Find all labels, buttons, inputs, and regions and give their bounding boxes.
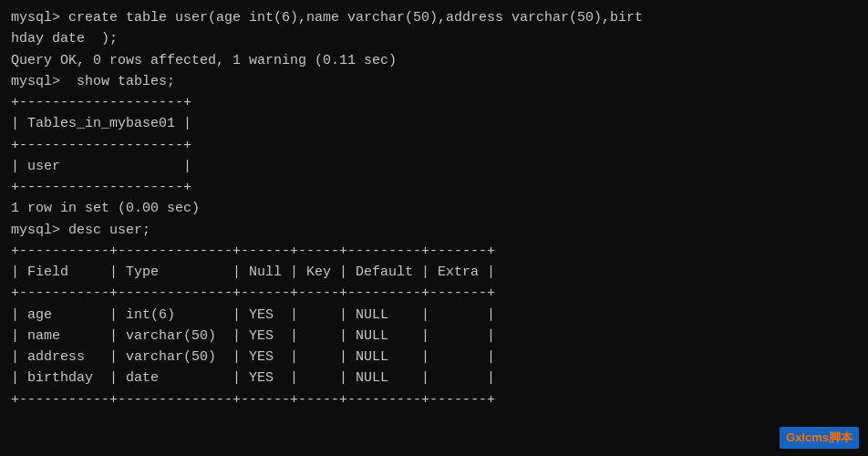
watermark-badge: Gxlcms脚本	[780, 427, 859, 449]
terminal-line-cmd1b: hday date );	[11, 28, 857, 49]
terminal-line-desc_age: | age | int(6) | YES | | NULL | |	[11, 305, 857, 326]
terminal-window: mysql> create table user(age int(6),name…	[0, 0, 868, 456]
terminal-line-table_bot: +--------------------+	[11, 177, 857, 198]
terminal-line-result2: 1 row in set (0.00 sec)	[11, 198, 857, 219]
terminal-line-table_row1: | user |	[11, 156, 857, 177]
terminal-line-table_sep: +--------------------+	[11, 135, 857, 156]
terminal-line-desc_name: | name | varchar(50) | YES | | NULL | |	[11, 326, 857, 347]
watermark-prefix: Gxlcms	[786, 430, 829, 444]
terminal-line-desc_bot: +-----------+--------------+------+-----…	[11, 389, 857, 410]
terminal-line-desc_top: +-----------+--------------+------+-----…	[11, 241, 857, 262]
terminal-line-desc_header: | Field | Type | Null | Key | Default | …	[11, 262, 857, 283]
terminal-line-cmd3: mysql> desc user;	[11, 220, 857, 241]
watermark-suffix: 脚本	[829, 430, 852, 444]
terminal-line-cmd2: mysql> show tables;	[11, 71, 857, 92]
terminal-line-cmd1: mysql> create table user(age int(6),name…	[11, 7, 857, 28]
terminal-line-desc_addr: | address | varchar(50) | YES | | NULL |…	[11, 347, 857, 368]
terminal-line-result1: Query OK, 0 rows affected, 1 warning (0.…	[11, 50, 857, 71]
terminal-line-desc_sep: +-----------+--------------+------+-----…	[11, 283, 857, 304]
terminal-line-desc_bday: | birthday | date | YES | | NULL | |	[11, 368, 857, 389]
terminal-line-table_top: +--------------------+	[11, 92, 857, 113]
terminal-line-table_header: | Tables_in_mybase01 |	[11, 113, 857, 134]
